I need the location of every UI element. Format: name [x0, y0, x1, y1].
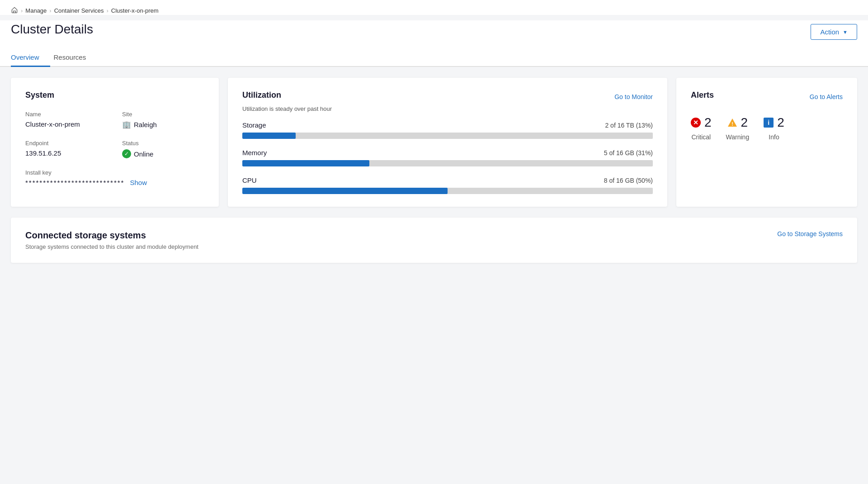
util-cpu-label: CPU — [242, 176, 257, 184]
utilization-header: Utilization Go to Monitor — [242, 90, 653, 103]
endpoint-value: 139.51.6.25 — [25, 149, 108, 157]
util-storage-label-row: Storage 2 of 16 TB (13%) — [242, 121, 653, 129]
util-storage-label: Storage — [242, 121, 266, 129]
site-value: 🏢 Raleigh — [122, 120, 204, 129]
building-icon: 🏢 — [122, 120, 131, 129]
system-name-field: Name Cluster-x-on-prem — [25, 111, 108, 129]
info-count: 2 — [777, 115, 784, 130]
breadcrumb: › Manage › Container Services › Cluster-… — [11, 6, 857, 15]
storage-section-title: Connected storage systems — [25, 230, 198, 241]
alert-info: i 2 Info — [764, 115, 784, 141]
name-label: Name — [25, 111, 108, 118]
utilization-title: Utilization — [242, 90, 281, 100]
storage-section: Connected storage systems Storage system… — [11, 218, 857, 263]
util-memory-label-row: Memory 5 of 16 GB (31%) — [242, 149, 653, 157]
cards-row: System Name Cluster-x-on-prem Site 🏢 Ral… — [11, 78, 857, 207]
breadcrumb-current: Cluster-x-on-prem — [111, 7, 159, 14]
breadcrumb-bar: › Manage › Container Services › Cluster-… — [0, 0, 868, 15]
tab-overview[interactable]: Overview — [11, 49, 50, 67]
util-memory-value: 5 of 16 GB (31%) — [604, 149, 653, 157]
site-value-text: Raleigh — [134, 121, 157, 128]
name-value: Cluster-x-on-prem — [25, 120, 108, 128]
storage-progress-bg — [242, 133, 653, 139]
install-key-label: Install key — [25, 169, 204, 176]
warning-label: Warning — [726, 133, 750, 141]
system-site-field: Site 🏢 Raleigh — [122, 111, 204, 129]
status-label: Status — [122, 140, 204, 147]
system-grid: Name Cluster-x-on-prem Site 🏢 Raleigh En… — [25, 111, 204, 186]
install-key-value: **************************** Show — [25, 179, 204, 186]
system-status-field: Status ✓ Online — [122, 140, 204, 158]
main-content: System Name Cluster-x-on-prem Site 🏢 Ral… — [0, 67, 868, 263]
storage-subtitle: Storage systems connected to this cluste… — [25, 243, 198, 250]
util-cpu-label-row: CPU 8 of 16 GB (50%) — [242, 176, 653, 184]
alerts-card: Alerts Go to Alerts ✕ 2 Critical — [676, 78, 857, 207]
page-wrapper: › Manage › Container Services › Cluster-… — [0, 0, 868, 484]
breadcrumb-manage[interactable]: Manage — [25, 7, 47, 14]
info-label: Info — [769, 133, 779, 141]
warning-count-row: ! 2 — [727, 115, 748, 130]
action-button[interactable]: Action ▼ — [811, 24, 857, 40]
alerts-title: Alerts — [691, 90, 714, 100]
endpoint-label: Endpoint — [25, 140, 108, 147]
warning-count: 2 — [741, 115, 748, 130]
storage-progress-fill — [242, 133, 296, 139]
critical-label: Critical — [691, 133, 711, 141]
info-count-row: i 2 — [764, 115, 784, 130]
alert-critical: ✕ 2 Critical — [691, 115, 712, 141]
status-value: ✓ Online — [122, 149, 204, 158]
breadcrumb-sep-3: › — [107, 7, 108, 14]
storage-header-left: Connected storage systems Storage system… — [25, 230, 198, 250]
breadcrumb-container-services[interactable]: Container Services — [54, 7, 104, 14]
utilization-card: Utilization Go to Monitor Utilization is… — [228, 78, 667, 207]
title-row: Cluster Details Action ▼ — [0, 20, 868, 49]
tab-resources[interactable]: Resources — [50, 49, 97, 67]
warning-icon: ! — [727, 118, 737, 128]
memory-progress-bg — [242, 160, 653, 166]
breadcrumb-sep-2: › — [49, 7, 51, 14]
tabs-bar: Overview Resources — [0, 49, 868, 67]
alert-warning: ! 2 Warning — [726, 115, 750, 141]
svg-text:!: ! — [731, 121, 733, 127]
critical-count-row: ✕ 2 — [691, 115, 712, 130]
critical-icon: ✕ — [691, 118, 701, 128]
action-button-label: Action — [820, 28, 839, 36]
system-card: System Name Cluster-x-on-prem Site 🏢 Ral… — [11, 78, 219, 207]
home-icon[interactable] — [11, 6, 18, 15]
util-cpu: CPU 8 of 16 GB (50%) — [242, 176, 653, 194]
online-check-icon: ✓ — [122, 149, 131, 158]
show-install-key-link[interactable]: Show — [130, 179, 147, 186]
storage-header: Connected storage systems Storage system… — [25, 230, 843, 250]
cpu-progress-fill — [242, 188, 448, 194]
util-storage-value: 2 of 16 TB (13%) — [605, 122, 653, 129]
breadcrumb-sep-1: › — [21, 7, 23, 14]
system-card-title: System — [25, 90, 204, 100]
util-cpu-value: 8 of 16 GB (50%) — [604, 177, 653, 184]
install-key-field: Install key ****************************… — [25, 169, 204, 186]
go-to-monitor-link[interactable]: Go to Monitor — [614, 93, 653, 100]
install-key-stars: **************************** — [25, 179, 124, 186]
status-value-text: Online — [134, 150, 153, 158]
go-to-storage-link[interactable]: Go to Storage Systems — [777, 230, 843, 237]
memory-progress-fill — [242, 160, 369, 166]
critical-count: 2 — [704, 115, 712, 130]
alerts-grid: ✕ 2 Critical ! — [691, 115, 843, 141]
chevron-down-icon: ▼ — [843, 29, 848, 35]
alerts-header: Alerts Go to Alerts — [691, 90, 843, 103]
util-memory: Memory 5 of 16 GB (31%) — [242, 149, 653, 166]
site-label: Site — [122, 111, 204, 118]
util-storage: Storage 2 of 16 TB (13%) — [242, 121, 653, 139]
info-icon: i — [764, 118, 774, 128]
util-memory-label: Memory — [242, 149, 267, 157]
cpu-progress-bg — [242, 188, 653, 194]
go-to-alerts-link[interactable]: Go to Alerts — [810, 93, 843, 100]
system-endpoint-field: Endpoint 139.51.6.25 — [25, 140, 108, 158]
utilization-subtitle: Utilization is steady over past hour — [242, 105, 653, 112]
page-title: Cluster Details — [11, 22, 93, 37]
